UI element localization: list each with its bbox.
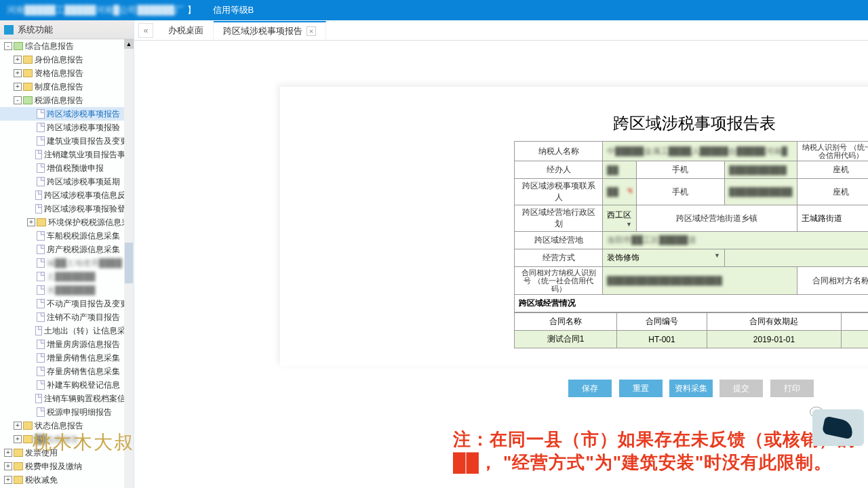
tree-node[interactable]: 存量房销售信息采集 xyxy=(0,365,134,378)
value-lxr[interactable]: ██◥ xyxy=(603,179,637,205)
tree-node[interactable]: +制度信息报告 xyxy=(0,80,134,94)
tree-label: 注销建筑业项目报告事项 xyxy=(44,149,134,161)
tree-node[interactable]: 房产税税源信息采集 xyxy=(0,243,134,256)
tree-node[interactable]: 土███████ xyxy=(0,270,134,283)
folder-icon xyxy=(23,56,33,64)
table-cell[interactable]: 2019-01-01 xyxy=(707,331,841,348)
tree-node[interactable]: 水███████ xyxy=(0,283,134,297)
toggle-icon[interactable]: + xyxy=(4,449,12,457)
collect-button[interactable]: 资料采集 xyxy=(669,380,713,397)
file-icon xyxy=(37,163,45,173)
toggle-icon[interactable]: + xyxy=(14,435,22,443)
sidebar: 系统功能 ▲ -综合信息报告+身份信息报告+资格信息报告+制度信息报告-税源信息… xyxy=(0,20,134,488)
sidebar-tree[interactable]: ▲ -综合信息报告+身份信息报告+资格信息报告+制度信息报告-税源信息报告跨区域… xyxy=(0,39,134,488)
footnote-text: 注：在同一县（市）如果存在未反馈（或核销）的██， "经营方式"为"建筑安装"时… xyxy=(453,428,868,474)
table-cell[interactable]: 测试合同1 xyxy=(515,331,617,348)
value-jyfs-extra[interactable]: ◥ xyxy=(724,249,868,267)
tab-report[interactable]: 跨区域涉税事项报告 × xyxy=(214,21,326,40)
tree-node[interactable]: 车船税税源信息采集 xyxy=(0,229,134,243)
value-sj2[interactable]: ███████████ xyxy=(724,179,797,205)
value-jdxz[interactable]: 王城路街道 xyxy=(797,205,868,232)
tree-node[interactable]: 注销车辆购置税档案信息 xyxy=(0,392,134,405)
toggle-icon[interactable]: + xyxy=(14,422,22,430)
tree-node[interactable]: +税费申报及缴纳 xyxy=(0,460,134,473)
value-dfsbh[interactable]: ████████████████████ xyxy=(603,267,797,295)
tree-node[interactable]: 土地出（转）让信息采集 xyxy=(0,324,134,338)
tree-node[interactable]: +环境保护税税源信息采 xyxy=(0,216,134,229)
tree-node[interactable]: +税收减免 xyxy=(0,473,134,487)
tree-label: 跨区域涉税事项延期 xyxy=(47,176,120,188)
file-icon xyxy=(37,272,45,281)
tree-node[interactable]: 跨区域涉税事项报告 xyxy=(0,107,134,121)
value-jyd[interactable]: 洛阳市██工区█████道 xyxy=(603,232,869,249)
value-xzqh[interactable]: 西工区▼ xyxy=(603,205,637,232)
tree-node[interactable]: -综合信息报告 xyxy=(0,39,134,53)
tree-node[interactable]: 跨区域涉税事项延期 xyxy=(0,175,134,188)
label-nsrsbh: 纳税人识别号 （统一社会信用代码） xyxy=(797,142,868,161)
tree-node[interactable]: 注销不动产项目报告 xyxy=(0,310,134,324)
tree-node[interactable]: +资格信息报告 xyxy=(0,66,134,80)
tree-node[interactable]: 增量房房源信息报告 xyxy=(0,338,134,351)
tree-node[interactable]: 税源申报明细报告 xyxy=(0,405,134,419)
table-header: 合同有效期止 xyxy=(842,313,869,331)
scroll-up-icon[interactable]: ▲ xyxy=(124,39,134,49)
tree-label: 注销不动产项目报告 xyxy=(47,312,120,323)
value-jbr[interactable]: ██ xyxy=(603,161,637,179)
tree-scrollbar[interactable]: ▲ xyxy=(124,39,134,488)
toggle-icon[interactable]: + xyxy=(4,462,12,470)
tree-label: 跨区域涉税事项报验 xyxy=(47,122,120,134)
scroll-thumb[interactable] xyxy=(125,243,133,283)
table-cell[interactable]: HT-001 xyxy=(617,331,707,348)
tree-node[interactable]: 跨区域涉税事项报验 xyxy=(0,121,134,134)
value-jyfs[interactable]: 装饰修饰▼ xyxy=(603,249,725,267)
tree-node[interactable]: -税源信息报告 xyxy=(0,94,134,107)
form-table: 纳税人名称 中█████金属工████人█████会█████河南█ 纳税人识别… xyxy=(514,141,868,312)
tree-label: 环境保护税税源信息采 xyxy=(48,217,130,228)
tree-node[interactable]: 不动产项目报告及变更 xyxy=(0,297,134,310)
org-title: 河南█████工█████河南█公司██████厂 xyxy=(7,4,184,16)
toggle-icon[interactable]: + xyxy=(14,69,22,77)
folder-icon xyxy=(37,218,46,226)
tree-node[interactable]: 补建车购税登记信息 xyxy=(0,378,134,392)
tree-label: 资格信息报告 xyxy=(35,68,83,79)
table-cell[interactable]: 2022-01-01 xyxy=(842,331,869,348)
folder-icon xyxy=(23,96,33,104)
section-header: 跨区域经营情况 xyxy=(515,295,869,312)
file-icon xyxy=(37,380,45,390)
toggle-icon[interactable]: + xyxy=(14,83,22,91)
tree-label: 税源申报明细报告 xyxy=(47,407,112,418)
tree-node[interactable]: 城██土地使用████ xyxy=(0,256,134,270)
avatar-corner[interactable] xyxy=(812,409,864,446)
reset-button[interactable]: 重置 xyxy=(619,380,663,397)
tree-node[interactable]: +身份信息报告 xyxy=(0,53,134,66)
file-icon xyxy=(37,340,45,349)
folder-icon xyxy=(14,449,23,457)
tree-label: 土███████ xyxy=(47,271,96,283)
tab-desktop[interactable]: 办税桌面 xyxy=(159,22,214,39)
tree-label: 跨区域涉税事项报告 xyxy=(47,108,120,120)
tree-label: 税源信息报告 xyxy=(35,95,83,106)
tab-label: 跨区域涉税事项报告 xyxy=(223,25,302,37)
tree-node[interactable]: 跨区域涉税事项信息反馈 xyxy=(0,188,134,202)
toggle-icon[interactable]: + xyxy=(27,218,35,226)
table-header: 合同名称 xyxy=(515,313,617,331)
tree-label: 存量房销售信息采集 xyxy=(47,366,120,378)
nav-back-icon[interactable]: « xyxy=(138,23,153,38)
tree-node[interactable]: 跨区域涉税事项报验登记 xyxy=(0,202,134,216)
toggle-icon[interactable]: + xyxy=(14,56,22,64)
close-icon[interactable]: × xyxy=(307,26,316,36)
tree-node[interactable]: 建筑业项目报告及变更 xyxy=(0,134,134,148)
toggle-icon[interactable]: + xyxy=(4,476,12,484)
value-nsrmc[interactable]: 中█████金属工████人█████会█████河南█ xyxy=(603,142,797,161)
tree-label: 制度信息报告 xyxy=(35,81,83,93)
toggle-icon[interactable]: - xyxy=(14,96,22,104)
toggle-icon[interactable]: - xyxy=(4,42,12,50)
save-button[interactable]: 保存 xyxy=(568,380,612,397)
tree-node[interactable]: 增值税预缴申报 xyxy=(0,161,134,175)
tree-node[interactable]: 注销建筑业项目报告事项 xyxy=(0,148,134,161)
value-sj1[interactable]: ██████████ xyxy=(724,161,797,179)
tree-label: 建筑业项目报告及变更 xyxy=(47,136,128,147)
table-row[interactable]: 测试合同1HT-0012019-01-012022-01-0110 xyxy=(515,331,869,348)
tree-label: 跨区域涉税事项报验登记 xyxy=(44,203,134,215)
tree-node[interactable]: 增量房销售信息采集 xyxy=(0,351,134,365)
